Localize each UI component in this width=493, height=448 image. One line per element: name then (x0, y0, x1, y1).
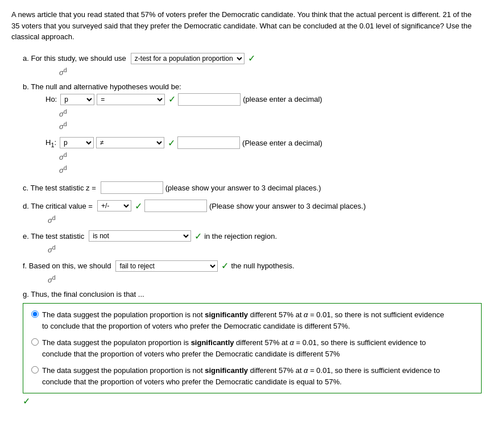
ho-label: Ho: (45, 95, 57, 103)
h1-decimal-label: (Please enter a decimal) (242, 139, 322, 147)
part-g-radio1[interactable] (31, 310, 39, 318)
part-g-bottom-check: ✓ (23, 396, 482, 406)
part-e-label: e. The test statistic (23, 232, 84, 240)
part-d-input[interactable] (144, 200, 207, 212)
h1-op-select[interactable]: ≠ = < > ≤ ≥ (96, 137, 164, 148)
part-g-option2: The data suggest the populaton proportio… (31, 337, 473, 359)
part-e-sigma[interactable]: σd (48, 244, 56, 254)
part-c-input[interactable] (101, 181, 163, 194)
h1-sigma2[interactable]: σd (59, 164, 67, 175)
part-a-label: a. For this study, we should use (23, 54, 126, 63)
ho-sigma1[interactable]: σd (59, 108, 67, 118)
part-d-select[interactable]: +/- + - (97, 200, 131, 211)
part-e-check: ✓ (194, 231, 202, 242)
part-d-hint: (Please show your answer to 3 decimal pl… (209, 202, 366, 210)
part-a-sigma[interactable]: σd (59, 67, 67, 77)
part-g-text3: The data suggest the population proporti… (42, 365, 451, 387)
part-g-text1: The data suggest the population proporti… (42, 309, 451, 331)
part-d-sigma[interactable]: σd (48, 214, 56, 225)
h1-label: H1: (45, 138, 56, 148)
part-g-radio2[interactable] (31, 338, 39, 346)
h1-sigma1[interactable]: σd (59, 151, 67, 161)
ho-decimal-label: (please enter a decimal) (243, 95, 322, 103)
ho-op-select[interactable]: = ≠ < > ≤ ≥ (97, 94, 165, 105)
part-c-hint: (please show your answer to 3 decimal pl… (165, 184, 321, 192)
part-b-label: b. The null and alternative hypotheses w… (23, 82, 181, 91)
part-f-suffix: the null hypothesis. (231, 262, 294, 270)
ho-var-select[interactable]: p μ (60, 94, 94, 105)
h1-check: ✓ (168, 138, 175, 148)
part-g-radio3[interactable] (31, 366, 39, 374)
part-e-suffix: in the rejection region. (204, 232, 277, 240)
part-a-check: ✓ (248, 53, 255, 64)
part-g-label: g. Thus, the final conclusion is that ..… (23, 290, 144, 298)
h1-value-input[interactable] (177, 136, 240, 149)
part-f-select[interactable]: fail to reject reject (115, 260, 218, 272)
problem-text: A news article that you read stated that… (11, 9, 478, 43)
part-c-label: c. The test statistic z = (23, 184, 96, 192)
part-g-text2: The data suggest the populaton proportio… (42, 337, 451, 359)
part-g-option3: The data suggest the population proporti… (31, 365, 473, 387)
part-f-label: f. Based on this, we should (23, 262, 111, 270)
part-g-box: The data suggest the population proporti… (23, 303, 482, 393)
ho-value-input[interactable] (178, 93, 241, 106)
part-e-select[interactable]: is not is (89, 230, 191, 242)
part-f-check: ✓ (221, 260, 229, 271)
part-d-check: ✓ (135, 201, 142, 211)
h1-var-select[interactable]: p μ (60, 137, 94, 148)
part-a-select[interactable]: z-test for a population proportion t-tes… (131, 53, 245, 64)
part-f-sigma[interactable]: σd (48, 274, 56, 284)
ho-check: ✓ (168, 94, 176, 105)
ho-sigma2[interactable]: σd (59, 121, 67, 131)
part-g-option1: The data suggest the population proporti… (31, 309, 473, 331)
part-d-label: d. The critical value = (23, 202, 93, 210)
